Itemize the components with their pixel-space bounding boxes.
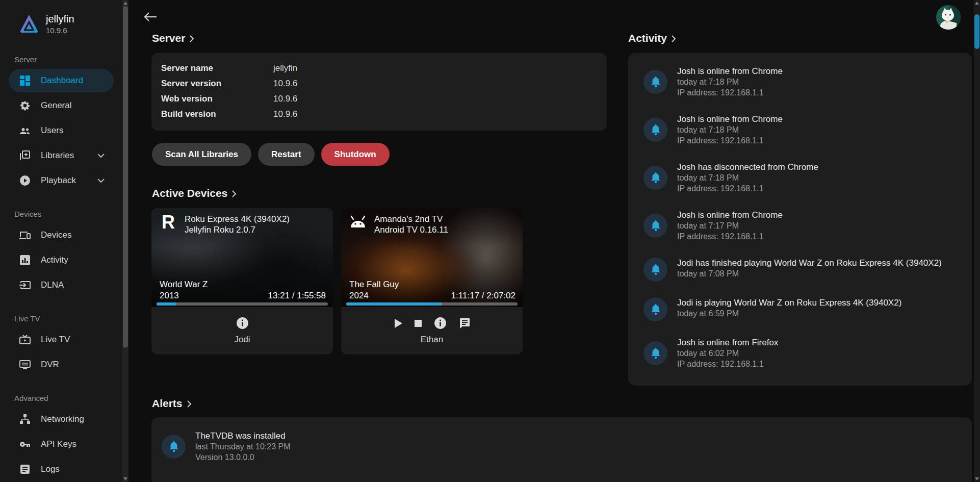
active-devices-heading-link[interactable]: Active Devices bbox=[152, 187, 237, 200]
activity-item: Josh is online from Chrome today at 7:18… bbox=[643, 114, 957, 146]
device-name: Amanda's 2nd TV bbox=[374, 214, 448, 224]
user-avatar[interactable] bbox=[936, 5, 961, 30]
restart-button[interactable]: Restart bbox=[258, 143, 315, 166]
sidebar-item-devices[interactable]: Devices bbox=[9, 223, 114, 247]
scroll-up-icon[interactable] bbox=[975, 2, 979, 5]
sidebar-item-activity[interactable]: Activity bbox=[9, 248, 114, 272]
playback-progress bbox=[157, 302, 328, 306]
jellyfin-dashboard: jellyfin 10.9.6 Server Dashboard Gener bbox=[0, 0, 980, 482]
playback-progress-fill bbox=[157, 302, 176, 306]
bell-icon bbox=[643, 258, 667, 282]
app-brand: jellyfin 10.9.6 bbox=[0, 0, 128, 38]
chevron-right-icon bbox=[187, 398, 192, 410]
library-add-icon bbox=[19, 150, 31, 161]
input-box-icon bbox=[19, 280, 31, 291]
sidebar-section-server: Server bbox=[14, 55, 128, 64]
page-scrollbar-thumb[interactable] bbox=[974, 14, 979, 49]
client-version: Jellyfin Roku 2.0.7 bbox=[185, 224, 290, 235]
sidebar-item-dvr[interactable]: DVR bbox=[9, 353, 114, 376]
device-card-roku[interactable]: R Roku Express 4K (3940X2) Jellyfin Roku… bbox=[151, 208, 333, 354]
sidebar-item-users[interactable]: Users bbox=[9, 119, 114, 142]
alert-item: AniDB was installed bbox=[162, 480, 957, 482]
live-tv-icon bbox=[19, 334, 31, 345]
device-card-footer: Ethan bbox=[341, 307, 523, 354]
sidebar-scrollbar-thumb[interactable] bbox=[123, 6, 128, 348]
chevron-right-icon bbox=[190, 33, 194, 45]
session-user: Ethan bbox=[421, 335, 443, 345]
bell-icon bbox=[643, 214, 667, 238]
scan-all-libraries-button[interactable]: Scan All Libraries bbox=[152, 143, 251, 166]
activity-item: Jodi is playing World War Z on Roku Expr… bbox=[643, 297, 957, 321]
roku-logo-icon: R bbox=[159, 214, 178, 231]
scroll-up-icon[interactable] bbox=[123, 2, 127, 5]
sidebar-item-general[interactable]: General bbox=[9, 94, 114, 117]
sidebar-item-playback[interactable]: Playback bbox=[9, 169, 114, 192]
now-playing-backdrop: R Roku Express 4K (3940X2) Jellyfin Roku… bbox=[151, 208, 333, 307]
gear-icon bbox=[19, 100, 31, 111]
device-card-androidtv[interactable]: Amanda's 2nd TV Android TV 0.16.11 The F… bbox=[341, 208, 523, 354]
server-info-row: Web version 10.9.6 bbox=[151, 91, 607, 107]
activity-panel: Josh is online from Chrome today at 7:18… bbox=[628, 53, 972, 386]
now-playing-backdrop: Amanda's 2nd TV Android TV 0.16.11 The F… bbox=[341, 208, 523, 307]
network-tree-icon bbox=[19, 414, 31, 425]
info-button[interactable] bbox=[236, 317, 249, 329]
sidebar-section-advanced: Advanced bbox=[14, 394, 128, 402]
sidebar-item-dashboard[interactable]: Dashboard bbox=[9, 69, 114, 92]
info-button[interactable] bbox=[434, 317, 447, 329]
playback-time: 13:21 / 1:55:58 bbox=[268, 291, 326, 301]
sidebar-section-livetv: Live TV bbox=[14, 314, 128, 323]
scroll-down-icon[interactable] bbox=[975, 477, 979, 480]
alert-item: TheTVDB was installed last Thursday at 1… bbox=[162, 430, 957, 463]
playback-progress-fill bbox=[346, 302, 442, 306]
play-circle-icon bbox=[19, 175, 31, 186]
server-info-row: Build version 10.9.6 bbox=[151, 107, 607, 122]
chevron-right-icon bbox=[232, 188, 237, 200]
session-user: Jodi bbox=[234, 335, 250, 345]
bell-icon bbox=[643, 118, 667, 142]
sidebar-item-libraries[interactable]: Libraries bbox=[9, 144, 114, 167]
sidebar-scrollbar[interactable] bbox=[122, 0, 128, 482]
activity-heading-link[interactable]: Activity bbox=[628, 32, 676, 45]
device-card-footer: Jodi bbox=[151, 307, 333, 354]
page-scrollbar[interactable] bbox=[974, 0, 980, 482]
android-logo-icon bbox=[348, 214, 368, 231]
activity-item: Josh has disconnected from Chrome today … bbox=[643, 162, 957, 194]
bell-icon bbox=[162, 435, 186, 459]
sidebar-item-dlna[interactable]: DLNA bbox=[9, 273, 114, 297]
server-actions: Scan All Libraries Restart Shutdown bbox=[152, 143, 390, 166]
people-icon bbox=[19, 125, 31, 136]
sidebar: jellyfin 10.9.6 Server Dashboard Gener bbox=[0, 0, 128, 482]
dashboard-grid-icon bbox=[19, 75, 31, 86]
key-icon bbox=[19, 439, 31, 450]
play-button[interactable] bbox=[394, 319, 402, 328]
media-year: 2024 bbox=[349, 291, 369, 301]
dvr-icon bbox=[19, 359, 31, 370]
stop-button[interactable] bbox=[415, 320, 422, 327]
sidebar-item-live-tv[interactable]: Live TV bbox=[9, 328, 114, 351]
scroll-down-icon[interactable] bbox=[123, 477, 127, 480]
sidebar-item-api-keys[interactable]: API Keys bbox=[9, 433, 114, 456]
activity-item: Josh is online from Firefox today at 6:0… bbox=[643, 337, 957, 369]
server-info-row: Server name jellyfin bbox=[151, 61, 607, 76]
bell-icon bbox=[643, 166, 667, 190]
sidebar-item-logs[interactable]: Logs bbox=[9, 458, 114, 481]
alerts-heading-link[interactable]: Alerts bbox=[152, 397, 192, 410]
app-name: jellyfin bbox=[46, 13, 74, 24]
media-year: 2013 bbox=[160, 291, 179, 301]
server-info-card: Server name jellyfin Server version 10.9… bbox=[151, 53, 607, 131]
playback-time: 1:11:17 / 2:07:02 bbox=[451, 291, 515, 301]
bell-icon bbox=[643, 70, 667, 94]
activity-item: Josh is online from Chrome today at 7:18… bbox=[643, 66, 957, 98]
shutdown-button[interactable]: Shutdown bbox=[321, 143, 390, 166]
client-version: Android TV 0.16.11 bbox=[374, 224, 448, 235]
document-icon bbox=[19, 464, 31, 475]
devices-icon bbox=[19, 230, 31, 241]
message-button[interactable] bbox=[459, 318, 470, 329]
server-heading-link[interactable]: Server bbox=[152, 32, 194, 45]
back-button[interactable] bbox=[142, 8, 159, 26]
chevron-down-icon bbox=[97, 176, 105, 185]
bell-icon bbox=[643, 297, 667, 321]
activity-item: Josh is online from Chrome today at 7:17… bbox=[643, 210, 957, 242]
app-version: 10.9.6 bbox=[46, 26, 74, 35]
sidebar-item-networking[interactable]: Networking bbox=[9, 408, 114, 431]
